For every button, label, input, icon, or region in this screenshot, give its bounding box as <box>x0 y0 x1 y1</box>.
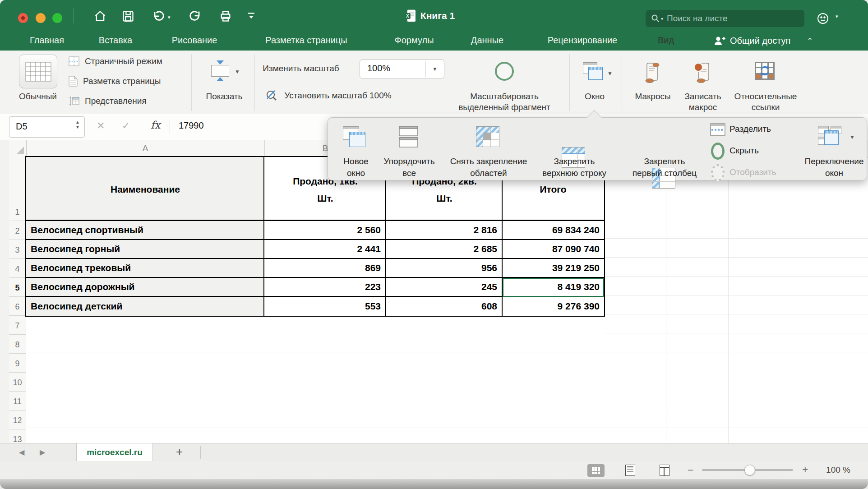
switch-windows-icon[interactable] <box>818 126 843 148</box>
undo-icon[interactable] <box>152 10 164 23</box>
search-input[interactable]: ▾ Поиск на листе <box>646 10 804 27</box>
zoom-select[interactable]: 100% ▼ <box>360 59 444 79</box>
zoom-selection-icon[interactable] <box>495 62 514 81</box>
column-divider[interactable] <box>264 140 265 157</box>
new-window-item[interactable]: Новоеокно <box>343 156 368 179</box>
zoom-out-button[interactable]: − <box>688 464 693 476</box>
cell-d4[interactable]: 39 219 250 <box>503 259 604 278</box>
select-all-corner[interactable] <box>9 140 27 157</box>
tab-draw[interactable]: Рисование <box>172 35 217 46</box>
undo-dropdown-caret[interactable]: ▾ <box>168 14 171 20</box>
normal-view-status-button[interactable] <box>587 464 605 477</box>
redo-icon[interactable] <box>189 10 202 23</box>
cell-c3[interactable]: 2 685 <box>386 240 503 259</box>
data-table[interactable]: Наименование Продано, 1кв.Шт. Продано, 2… <box>26 157 604 316</box>
feedback-smiley-icon[interactable] <box>817 12 830 25</box>
macros-button[interactable] <box>644 62 661 83</box>
share-button[interactable]: Общий доступ ⌃ <box>714 35 813 46</box>
tab-formulas[interactable]: Формулы <box>394 35 434 46</box>
hide-icon[interactable] <box>711 143 725 160</box>
page-layout-status-button[interactable] <box>625 465 635 476</box>
cell-d2[interactable]: 69 834 240 <box>503 221 604 240</box>
worksheet-grid[interactable]: A B 12345678910111213 Наименование Прода… <box>0 140 868 443</box>
name-box-stepper[interactable]: ▲▼ <box>75 120 80 129</box>
unfreeze-panes-icon[interactable] <box>476 126 499 147</box>
row-header-column[interactable]: 12345678910111213 <box>9 157 26 443</box>
sheet-tab-active[interactable]: microexcel.ru <box>76 443 153 461</box>
custom-views-button[interactable]: Представления <box>69 96 147 106</box>
cell-c2[interactable]: 2 816 <box>386 221 503 240</box>
customize-toolbar-icon[interactable] <box>246 12 259 24</box>
insert-function-icon[interactable]: fx <box>151 119 160 131</box>
row-header-1[interactable]: 1 <box>9 157 26 221</box>
freeze-first-column-item[interactable]: Закрепитьпервый столбец <box>633 156 697 179</box>
freeze-top-row-item[interactable]: Закрепитьверхнюю строку <box>542 156 606 179</box>
cell-b4[interactable]: 869 <box>264 259 386 278</box>
confirm-entry-icon[interactable]: ✓ <box>122 120 130 132</box>
zoom-100-button[interactable]: Установить масштаб 100% <box>265 89 392 102</box>
tab-page-layout[interactable]: Разметка страницы <box>265 35 347 46</box>
split-item[interactable]: Разделить <box>729 124 771 134</box>
tab-home[interactable]: Главная <box>30 35 64 46</box>
row-header-3[interactable]: 3 <box>9 240 26 259</box>
name-box[interactable]: D5 ▲▼ <box>9 116 85 138</box>
row-header-4[interactable]: 4 <box>9 259 26 278</box>
collapse-ribbon-chevron[interactable]: ⌃ <box>807 37 813 45</box>
zoom-slider-knob[interactable] <box>744 465 755 475</box>
cell-a3[interactable]: Велосипед горный <box>26 240 264 259</box>
arrange-all-icon[interactable] <box>399 126 418 148</box>
search-scope-caret[interactable]: ▾ <box>661 16 663 21</box>
add-sheet-button[interactable]: + <box>176 445 183 459</box>
normal-view-button[interactable] <box>19 55 57 88</box>
arrange-all-item[interactable]: Упорядочитьвсе <box>383 156 434 179</box>
row-header-13[interactable]: 13 <box>9 429 26 443</box>
prev-sheet-arrow[interactable]: ◀ <box>19 448 24 457</box>
switch-windows-item[interactable]: Переключениеокон <box>805 156 864 179</box>
cell-c6[interactable]: 608 <box>386 297 503 316</box>
cell-a6[interactable]: Велосипед детский <box>26 297 264 316</box>
record-macro-button[interactable] <box>693 62 712 83</box>
row-header-2[interactable]: 2 <box>9 221 26 240</box>
tab-insert[interactable]: Вставка <box>99 35 132 46</box>
tab-data[interactable]: Данные <box>471 35 503 46</box>
page-layout-view-button[interactable]: Разметка страницы <box>69 76 161 87</box>
row-header-5[interactable]: 5 <box>9 278 26 297</box>
zoom-in-button[interactable]: + <box>802 464 808 476</box>
switch-windows-caret[interactable]: ▼ <box>850 134 855 140</box>
feedback-dropdown-caret[interactable]: ▾ <box>836 14 838 19</box>
tab-review[interactable]: Рецензирование <box>548 35 617 46</box>
row-header-10[interactable]: 10 <box>9 373 26 392</box>
window-menu-button[interactable] <box>583 62 604 80</box>
window-menu-caret[interactable]: ▼ <box>607 70 613 77</box>
cell-b6[interactable]: 553 <box>264 297 386 316</box>
cell-a4[interactable]: Велосипед трековый <box>26 259 264 278</box>
split-icon[interactable] <box>710 123 725 136</box>
cell-b5[interactable]: 223 <box>264 278 386 297</box>
row-header-11[interactable]: 11 <box>9 392 26 411</box>
save-icon[interactable] <box>122 10 134 23</box>
cell-d6[interactable]: 9 276 390 <box>503 297 604 316</box>
page-break-status-button[interactable] <box>660 465 669 476</box>
hide-item[interactable]: Скрыть <box>729 146 759 156</box>
formula-value[interactable]: 17990 <box>179 120 204 131</box>
cell-b2[interactable]: 2 560 <box>264 221 386 240</box>
row-header-12[interactable]: 12 <box>9 411 26 429</box>
new-window-icon[interactable] <box>343 126 366 147</box>
page-break-view-button[interactable]: Страничный режим <box>69 56 162 66</box>
close-window-button[interactable] <box>18 13 28 23</box>
cell-c4[interactable]: 956 <box>386 259 503 278</box>
print-icon[interactable] <box>219 10 232 23</box>
row-header-6[interactable]: 6 <box>9 297 26 316</box>
cell-b3[interactable]: 2 441 <box>264 240 386 259</box>
next-sheet-arrow[interactable]: ▶ <box>40 448 45 457</box>
maximize-window-button[interactable] <box>52 13 62 23</box>
cancel-entry-icon[interactable]: ✕ <box>97 120 105 132</box>
row-header-9[interactable]: 9 <box>9 354 26 373</box>
cell-d3[interactable]: 87 090 740 <box>503 240 604 259</box>
cell-a2[interactable]: Велосипед спортивный <box>26 221 264 240</box>
column-header-a[interactable]: A <box>143 143 148 153</box>
row-header-8[interactable]: 8 <box>9 335 26 354</box>
cell-a5[interactable]: Велосипед дорожный <box>26 278 264 297</box>
relative-references-button[interactable] <box>754 61 775 80</box>
cell-c5[interactable]: 245 <box>386 278 503 297</box>
